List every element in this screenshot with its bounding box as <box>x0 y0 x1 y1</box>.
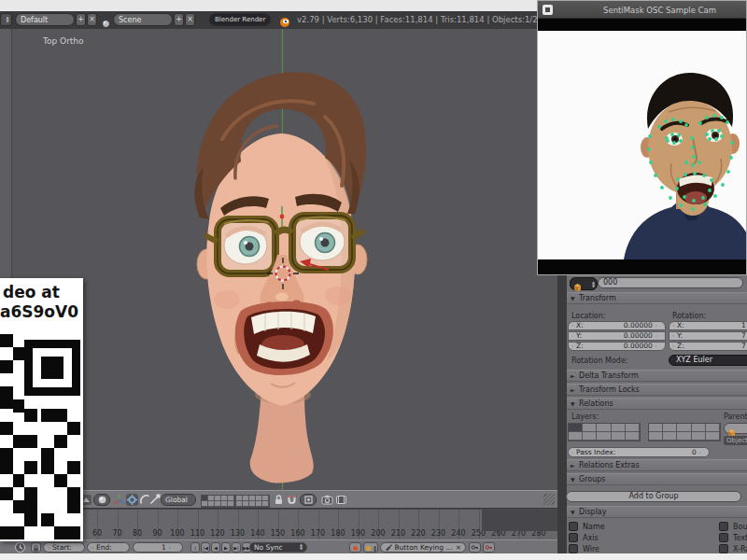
manipulator-translate-button[interactable] <box>126 494 138 506</box>
playback-button-1[interactable]: |◀ <box>201 542 210 553</box>
layer-buttons-group1[interactable] <box>201 495 235 508</box>
layer-toggle[interactable] <box>677 424 691 432</box>
orientation-dropdown[interactable]: Global <box>161 494 196 506</box>
layer-toggle[interactable] <box>569 432 583 441</box>
checkbox[interactable] <box>719 544 728 553</box>
layer-toggle[interactable] <box>221 501 228 507</box>
checkbox[interactable] <box>569 522 578 531</box>
object-layers-group2[interactable] <box>648 423 721 441</box>
checkbox[interactable] <box>719 522 728 531</box>
layer-toggle[interactable] <box>249 501 256 507</box>
layer-toggle[interactable] <box>692 432 706 441</box>
rotation-y-field[interactable]: ‹ Y:7 <box>669 331 747 341</box>
manipulator-scale-button[interactable] <box>148 494 161 506</box>
layer-toggle[interactable] <box>706 424 720 432</box>
add-to-group-button[interactable]: Add to Group <box>566 491 741 502</box>
layer-toggle[interactable] <box>236 501 243 507</box>
manipulator-axis-icon[interactable] <box>113 494 125 506</box>
insert-keyframe-button[interactable] <box>469 542 481 553</box>
snap-magnet-icon[interactable] <box>286 494 298 506</box>
editor-type-button[interactable]: ▲▼ <box>0 13 12 26</box>
clear-keying-set-button[interactable]: × <box>456 543 461 552</box>
layer-toggle[interactable] <box>649 432 663 441</box>
panel-header-transform[interactable]: ▼Transform <box>567 292 747 304</box>
layer-toggle[interactable] <box>215 501 221 507</box>
playback-button-4[interactable]: ▶| <box>232 542 241 553</box>
layer-toggle[interactable] <box>597 432 611 441</box>
delete-keyframe-button[interactable] <box>483 542 495 553</box>
layer-toggle[interactable] <box>663 432 677 441</box>
area-corner-handle[interactable] <box>543 494 555 505</box>
location-z-field[interactable]: ‹ Z:0.00000 › <box>568 342 666 351</box>
screen-layout-dropdown[interactable]: Default <box>15 13 75 26</box>
checkbox[interactable] <box>569 544 578 553</box>
opengl-render-anim-icon[interactable] <box>335 494 347 506</box>
window-title-bar[interactable]: SentiMask OSC Sample Cam <box>538 1 746 19</box>
panel-header-groups[interactable]: ▼Groups <box>567 473 747 485</box>
layer-toggle[interactable] <box>677 432 691 441</box>
character-head-model[interactable] <box>194 72 367 483</box>
layer-buttons-group2[interactable] <box>235 495 270 508</box>
layer-toggle[interactable] <box>626 432 640 441</box>
layer-toggle[interactable] <box>202 501 208 507</box>
pass-index-field[interactable]: ‹ Pass Index: 0 › <box>568 447 710 457</box>
playback-button-0[interactable]: |◀◀ <box>190 542 200 553</box>
layer-toggle[interactable] <box>706 432 720 441</box>
panel-header-relations[interactable]: ▼Relations <box>567 398 747 410</box>
keying-set-field[interactable]: Button Keying ... × <box>380 542 466 553</box>
location-y-field[interactable]: ‹ Y:0.00000 › <box>568 331 666 341</box>
layer-toggle[interactable] <box>649 424 663 432</box>
parent-object-field[interactable] <box>724 423 747 434</box>
playback-button-2[interactable]: ◀ <box>211 542 220 553</box>
panel-header-display[interactable]: ▼Display <box>567 506 747 518</box>
layer-toggle[interactable] <box>663 424 677 432</box>
add-layout-button[interactable]: + <box>76 13 86 26</box>
frame-end-field[interactable]: ‹ End: 250 › <box>87 542 130 553</box>
render-engine-dropdown[interactable]: Blender Render <box>209 13 271 26</box>
layer-toggle[interactable] <box>208 501 215 507</box>
sync-mode-dropdown[interactable]: No Sync ▲▼ <box>249 542 307 553</box>
editor-type-timeline-button[interactable] <box>14 541 26 553</box>
autokey-mode-dropdown[interactable]: ▲▼ <box>363 542 378 553</box>
layer-toggle[interactable] <box>612 432 626 441</box>
layer-toggle[interactable] <box>597 424 611 432</box>
record-autokey-button[interactable] <box>349 542 361 553</box>
layer-toggle[interactable] <box>692 424 706 432</box>
opengl-render-icon[interactable] <box>321 494 333 506</box>
checkbox[interactable] <box>569 533 578 542</box>
object-id-button[interactable]: ▲▼ <box>570 277 598 290</box>
playback-button-3[interactable]: ▶ <box>221 542 231 553</box>
layer-toggle[interactable] <box>256 501 262 507</box>
rotation-x-field[interactable]: ‹ X:1 <box>669 321 747 330</box>
layer-toggle[interactable] <box>262 501 269 507</box>
snap-element-dropdown[interactable] <box>300 494 317 506</box>
layer-toggle[interactable] <box>243 501 249 507</box>
layer-toggle[interactable] <box>583 432 597 441</box>
panel-header-relations-extras[interactable]: ►Relations Extras <box>567 459 747 471</box>
properties-panel-edge[interactable] <box>557 275 567 553</box>
close-scene-button[interactable]: × <box>185 13 195 26</box>
scene-dropdown[interactable]: Scene <box>113 13 173 26</box>
layer-toggle[interactable] <box>583 424 597 432</box>
current-frame-field[interactable]: 1 › <box>133 542 183 553</box>
parent-type-dropdown[interactable]: Object <box>724 436 747 445</box>
layer-toggle[interactable] <box>626 424 640 432</box>
timeline-canvas[interactable]: 5060708090100110120130140150160170180190… <box>0 509 557 540</box>
close-layout-button[interactable]: × <box>87 13 97 26</box>
object-name-field[interactable]: 000 <box>598 277 743 288</box>
checkbox[interactable] <box>719 533 728 542</box>
rotation-mode-dropdown[interactable]: XYZ Euler <box>669 355 747 366</box>
layer-toggle[interactable] <box>228 501 234 507</box>
layer-toggle[interactable] <box>612 424 626 432</box>
frame-start-field[interactable]: ‹ Start: 1 › <box>43 542 85 553</box>
add-scene-button[interactable]: + <box>174 13 184 26</box>
rotation-z-field[interactable]: ‹ Z:7 <box>669 342 747 351</box>
object-layers-group1[interactable] <box>568 423 641 441</box>
layer-toggle[interactable] <box>569 424 583 432</box>
lock-to-scene-icon[interactable] <box>273 494 285 506</box>
location-x-field[interactable]: ‹ X:0.00000 › <box>568 321 666 330</box>
panel-header-transform-locks[interactable]: ►Transform Locks <box>567 384 747 396</box>
panel-header-delta-transform[interactable]: ►Delta Transform <box>567 370 747 382</box>
viewport-shading-dropdown[interactable] <box>93 494 110 506</box>
viewport-3d[interactable]: Top Ortho <box>0 29 560 490</box>
